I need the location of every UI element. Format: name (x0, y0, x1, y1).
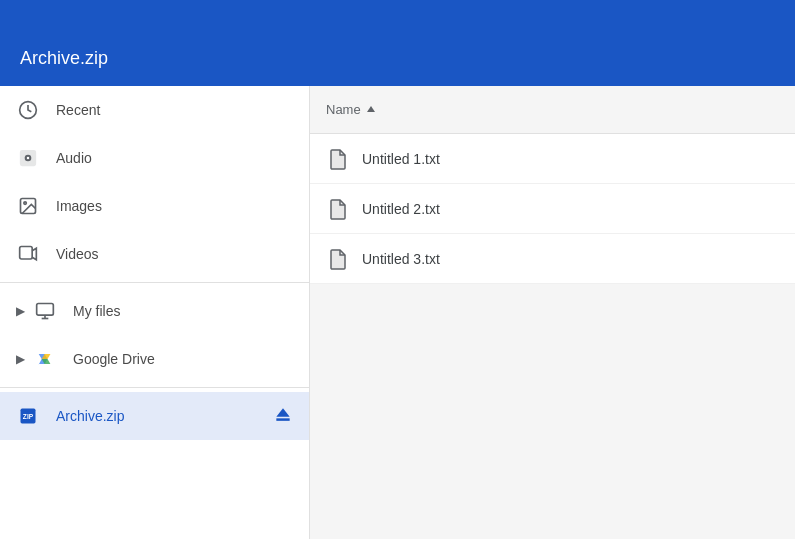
file-list: Untitled 1.txt Untitled 2.txt (310, 134, 795, 284)
sidebar-item-archivezip[interactable]: ZIP Archive.zip (0, 392, 309, 440)
sidebar: Recent Audio Images (0, 86, 310, 539)
sidebar-item-images[interactable]: Images (0, 182, 309, 230)
content-header: Name (310, 86, 795, 134)
content-area: Name Untitled 1.txt (310, 86, 795, 539)
archive-icon: ZIP (16, 404, 40, 428)
file-row[interactable]: Untitled 2.txt (310, 184, 795, 234)
file-name: Untitled 3.txt (362, 251, 440, 267)
sidebar-item-myfiles-label: My files (73, 303, 120, 319)
clock-icon (16, 98, 40, 122)
sidebar-item-videos[interactable]: Videos (0, 230, 309, 278)
svg-rect-13 (276, 418, 289, 421)
sidebar-item-recent[interactable]: Recent (0, 86, 309, 134)
sidebar-item-images-label: Images (56, 198, 102, 214)
svg-rect-7 (37, 304, 54, 316)
svg-text:ZIP: ZIP (23, 413, 34, 420)
sidebar-item-googledrive[interactable]: ▶ Google Drive (0, 335, 309, 383)
sidebar-divider-1 (0, 282, 309, 283)
sidebar-item-googledrive-label: Google Drive (73, 351, 155, 367)
file-name: Untitled 2.txt (362, 201, 440, 217)
app-header: Archive.zip (0, 30, 795, 86)
svg-point-3 (27, 157, 30, 160)
sidebar-item-myfiles[interactable]: ▶ My files (0, 287, 309, 335)
file-row[interactable]: Untitled 1.txt (310, 134, 795, 184)
image-icon (16, 194, 40, 218)
svg-point-5 (24, 202, 26, 205)
main-container: Recent Audio Images (0, 86, 795, 539)
sidebar-divider-2 (0, 387, 309, 388)
chevron-right-icon-drive: ▶ (16, 352, 25, 366)
chevron-right-icon: ▶ (16, 304, 25, 318)
computer-icon (33, 299, 57, 323)
audio-icon (16, 146, 40, 170)
header-title: Archive.zip (20, 48, 108, 69)
eject-icon[interactable] (273, 405, 293, 428)
file-icon (326, 247, 350, 271)
top-bar (0, 0, 795, 30)
video-icon (16, 242, 40, 266)
sidebar-item-videos-label: Videos (56, 246, 99, 262)
file-row[interactable]: Untitled 3.txt (310, 234, 795, 284)
drive-icon (33, 347, 57, 371)
sidebar-item-audio[interactable]: Audio (0, 134, 309, 182)
svg-rect-6 (20, 247, 33, 260)
file-icon (326, 197, 350, 221)
sidebar-item-archivezip-label: Archive.zip (56, 408, 124, 424)
file-icon (326, 147, 350, 171)
svg-marker-14 (367, 106, 375, 112)
sidebar-item-recent-label: Recent (56, 102, 100, 118)
svg-marker-12 (276, 408, 289, 416)
column-name-header[interactable]: Name (326, 102, 377, 117)
column-name-label: Name (326, 102, 361, 117)
file-name: Untitled 1.txt (362, 151, 440, 167)
sidebar-item-audio-label: Audio (56, 150, 92, 166)
